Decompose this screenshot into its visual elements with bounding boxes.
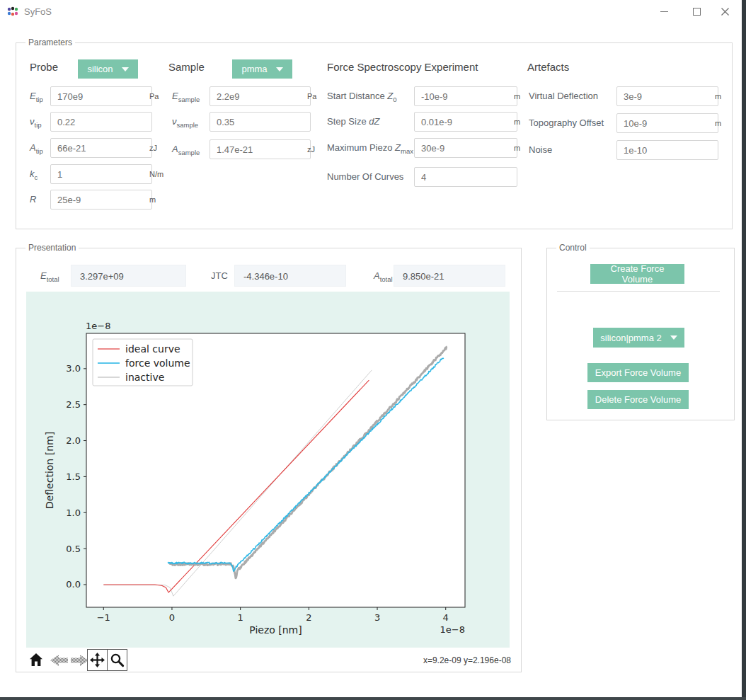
- chevron-down-icon: [122, 67, 129, 71]
- svg-text:2.0: 2.0: [66, 435, 81, 446]
- etotal-value: 3.297e+09: [71, 265, 186, 287]
- pan-icon: [90, 653, 105, 667]
- app-window: SyFoS Parameters Probe silicon Etip Pa ν…: [0, 0, 746, 700]
- svg-text:1e−8: 1e−8: [440, 624, 465, 635]
- virtual-deflection-label: Virtual Deflection: [529, 86, 598, 106]
- back-icon[interactable]: [50, 655, 68, 666]
- svg-text:Piezo [nm]: Piezo [nm]: [249, 624, 302, 636]
- topography-offset-unit: m: [715, 113, 721, 133]
- asample-unit: zJ: [307, 139, 315, 159]
- cursor-coordinates: x=9.2e-09 y=2.196e-08: [354, 655, 511, 665]
- chevron-down-icon: [276, 67, 283, 71]
- svg-text:1e−8: 1e−8: [86, 321, 110, 331]
- sample-material-value: pmma: [241, 64, 267, 74]
- vtip-input[interactable]: [50, 112, 152, 132]
- virtual-deflection-unit: m: [715, 86, 721, 106]
- svg-text:4: 4: [443, 612, 449, 623]
- etip-unit: Pa: [149, 86, 159, 106]
- export-force-volume-button[interactable]: Export Force Volume: [587, 363, 689, 382]
- svg-text:1.0: 1.0: [66, 507, 81, 518]
- jtc-value: -4.346e-10: [234, 265, 346, 287]
- step-size-label: Step Size dZ: [327, 112, 379, 132]
- close-button[interactable]: [708, 0, 741, 23]
- number-of-curves-input[interactable]: [414, 167, 517, 187]
- svg-text:2: 2: [306, 612, 311, 623]
- delete-force-volume-button[interactable]: Delete Force Volume: [587, 390, 689, 409]
- svg-text:0.0: 0.0: [66, 579, 81, 590]
- start-distance-label: Start Distance Z0: [327, 86, 397, 106]
- home-icon[interactable]: [28, 652, 44, 667]
- window-title: SyFoS: [24, 6, 52, 17]
- force-curve-plot[interactable]: −1012340.00.51.01.52.02.53.0Piezo [nm]1e…: [26, 292, 510, 648]
- probe-header: Probe: [30, 61, 58, 73]
- force-volume-select[interactable]: silicon|pmma 2: [593, 328, 684, 348]
- svg-text:0.5: 0.5: [66, 544, 81, 554]
- number-of-curves-label: Number Of Curves: [327, 167, 403, 187]
- zoom-button[interactable]: [107, 649, 127, 671]
- atotal-value: 9.850e-21: [394, 265, 505, 287]
- pan-button[interactable]: [87, 649, 108, 671]
- svg-text:force volume: force volume: [125, 357, 190, 369]
- presentation-group-label: Presentation: [25, 243, 79, 253]
- control-group-label: Control: [556, 243, 590, 253]
- forward-icon[interactable]: [71, 655, 88, 666]
- topography-offset-input[interactable]: [616, 113, 718, 133]
- minimize-button[interactable]: [648, 0, 680, 23]
- step-size-input[interactable]: [414, 112, 517, 132]
- svg-text:ideal curve: ideal curve: [125, 343, 180, 355]
- zoom-icon: [110, 653, 125, 667]
- close-icon: [721, 8, 729, 16]
- jtc-label: JTC: [211, 265, 228, 287]
- kc-unit: N/m: [149, 164, 163, 184]
- svg-text:−1: −1: [97, 612, 110, 623]
- etip-label: Etip: [30, 86, 43, 106]
- force-volume-select-value: silicon|pmma 2: [600, 333, 661, 343]
- minimize-icon: [660, 11, 668, 12]
- parameters-group-label: Parameters: [25, 38, 75, 47]
- etip-input[interactable]: [50, 86, 152, 106]
- chevron-down-icon: [670, 335, 677, 340]
- svg-text:1.5: 1.5: [66, 471, 81, 482]
- svg-text:1: 1: [238, 612, 243, 623]
- kc-input[interactable]: [50, 164, 152, 184]
- svg-text:inactive: inactive: [125, 372, 164, 383]
- probe-material-select[interactable]: silicon: [78, 59, 138, 79]
- max-piezo-label: Maximum Piezo Zmax: [327, 138, 413, 158]
- vsample-input[interactable]: [210, 112, 311, 132]
- start-distance-unit: m: [514, 86, 520, 106]
- maximize-icon: [693, 8, 701, 16]
- create-force-volume-button[interactable]: Create Force Volume: [590, 264, 684, 284]
- window-right-edge: [742, 0, 746, 700]
- kc-label: kc: [30, 164, 38, 184]
- etotal-label: Etotal: [40, 265, 59, 287]
- max-piezo-unit: m: [514, 138, 520, 158]
- step-size-unit: m: [514, 112, 520, 132]
- window-bottom-edge: [0, 697, 746, 700]
- noise-input[interactable]: [616, 140, 718, 160]
- start-distance-input[interactable]: [414, 86, 517, 106]
- sample-material-select[interactable]: pmma: [232, 59, 292, 79]
- probe-material-value: silicon: [87, 64, 113, 74]
- esample-unit: Pa: [307, 86, 316, 106]
- radius-input[interactable]: [50, 190, 152, 210]
- app-logo-icon: [7, 6, 18, 17]
- esample-label: Esample: [172, 86, 200, 106]
- experiment-header: Force Spectroscopy Experiment: [327, 61, 478, 73]
- svg-text:3.0: 3.0: [66, 363, 81, 374]
- svg-text:Deflection [nm]: Deflection [nm]: [44, 432, 55, 509]
- max-piezo-input[interactable]: [414, 138, 517, 158]
- esample-input[interactable]: [210, 86, 311, 106]
- atip-label: Atip: [30, 138, 43, 158]
- svg-text:2.5: 2.5: [66, 399, 81, 410]
- artefacts-header: Artefacts: [527, 61, 569, 73]
- virtual-deflection-input[interactable]: [616, 86, 718, 106]
- vtip-label: νtip: [30, 112, 42, 132]
- topography-offset-label: Topography Offset: [529, 113, 604, 133]
- asample-label: Asample: [172, 139, 200, 159]
- atotal-label: Atotal: [374, 265, 393, 287]
- atip-input[interactable]: [50, 138, 152, 158]
- radius-unit: m: [149, 190, 156, 210]
- asample-input[interactable]: [210, 139, 311, 159]
- figure-canvas[interactable]: −1012340.00.51.01.52.02.53.0Piezo [nm]1e…: [26, 292, 510, 648]
- radius-label: R: [30, 190, 36, 210]
